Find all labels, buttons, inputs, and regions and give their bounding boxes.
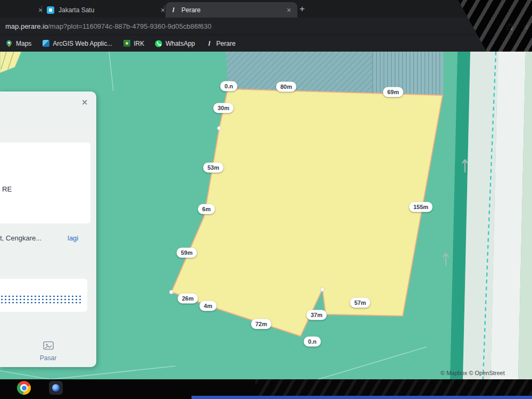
tab-title: Jakarta Satu xyxy=(59,6,155,14)
chrome-app-icon[interactable] xyxy=(17,381,31,395)
map-viewport[interactable]: 0.n80m69m30m53m6m155m59m26m4m72m37m57m0.… xyxy=(0,52,532,379)
panel-address-fragment: t, Cengkare... xyxy=(0,234,96,242)
whatsapp-icon xyxy=(155,40,162,47)
tab-separator xyxy=(41,5,42,13)
poi-item[interactable]: Pasar xyxy=(0,340,96,362)
bookmark-label: WhatsApp xyxy=(165,40,195,47)
screen: × Jakarta Satu × / Perare × + map.perare… xyxy=(0,0,532,399)
bookmark-maps[interactable]: Maps xyxy=(5,40,31,47)
panel-card xyxy=(0,143,90,223)
bookmark-arcgis[interactable]: ArcGIS Web Applic... xyxy=(42,40,112,47)
info-panel: × RE t, Cengkare... lagi Pasar xyxy=(0,92,96,367)
bookmark-irk[interactable]: IRK xyxy=(123,40,144,47)
panel-close-icon[interactable]: × xyxy=(81,97,88,107)
map-attribution: © Mapbox © OpenStreet xyxy=(440,370,505,376)
irk-icon xyxy=(123,40,130,47)
vertex-handle[interactable] xyxy=(321,288,325,292)
vertex-handle[interactable] xyxy=(170,290,173,294)
bookmark-label: IRK xyxy=(134,40,144,47)
taskbar-accent-strip xyxy=(192,396,532,399)
taskbar xyxy=(0,379,532,396)
building-blocks xyxy=(226,52,443,96)
bookmark-whatsapp[interactable]: WhatsApp xyxy=(155,40,195,47)
bookmark-label: ArcGIS Web Applic... xyxy=(53,40,112,47)
url-path: /map?plot=1160974c-887b-4795-9360-9d05cb… xyxy=(48,22,211,30)
vertex-handle[interactable] xyxy=(218,127,221,130)
arcgis-icon xyxy=(42,40,49,47)
bookmark-star-icon[interactable]: ☆ xyxy=(521,22,530,31)
perare-favicon: / xyxy=(170,6,177,14)
bookmark-perare[interactable]: / Perare xyxy=(206,40,236,47)
more-link[interactable]: lagi xyxy=(68,234,78,242)
url-host: map.perare.io xyxy=(5,22,48,30)
browser-tab-strip: × Jakarta Satu × / Perare × + xyxy=(0,0,532,18)
dotted-signature-pattern xyxy=(0,295,81,303)
poi-label: Pasar xyxy=(0,354,96,362)
bookmarks-bar: Maps ArcGIS Web Applic... IRK WhatsApp /… xyxy=(0,35,532,52)
road xyxy=(443,52,532,379)
plot-polygon[interactable] xyxy=(171,89,443,336)
tab-jakarta-satu[interactable]: Jakarta Satu × xyxy=(43,2,171,18)
perare-slash-icon: / xyxy=(206,40,213,47)
panel-text-fragment: RE xyxy=(2,185,12,193)
bookmark-label: Maps xyxy=(16,40,31,47)
bookmark-label: Perare xyxy=(217,40,236,47)
tab-separator xyxy=(164,5,164,13)
neighbour-plot xyxy=(0,52,21,73)
address-text[interactable]: map.perare.io/map?plot=1160974c-887b-479… xyxy=(5,22,212,30)
maps-pin-icon xyxy=(5,40,13,47)
new-tab-button[interactable]: + xyxy=(296,3,309,15)
share-icon[interactable] xyxy=(505,22,514,31)
tab-perare[interactable]: / Perare × xyxy=(165,2,297,18)
bottom-edge xyxy=(0,396,532,399)
poi-image-icon xyxy=(43,340,54,351)
camera-app-icon[interactable] xyxy=(49,381,63,395)
panel-card-signature xyxy=(0,279,87,312)
url-bar[interactable]: map.perare.io/map?plot=1160974c-887b-479… xyxy=(0,18,532,35)
tab-close-icon[interactable]: × xyxy=(285,6,293,14)
jakarta-satu-favicon xyxy=(47,6,54,14)
tab-title: Perare xyxy=(181,6,281,14)
